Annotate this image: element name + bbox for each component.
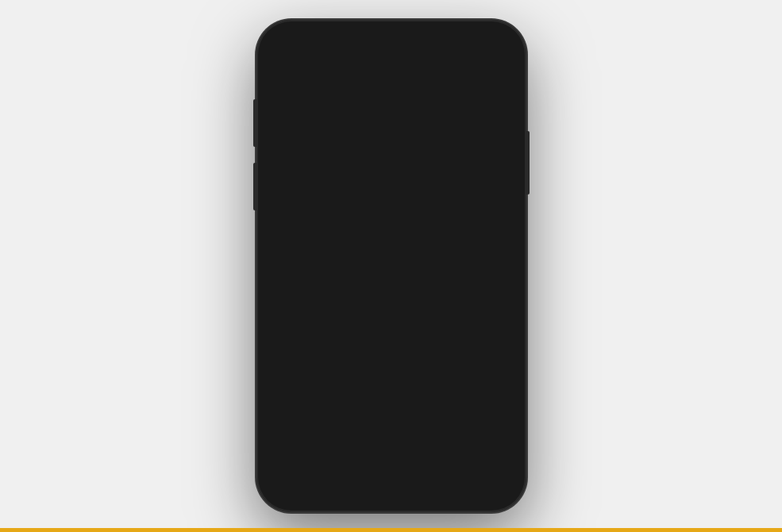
list-item-chevron-0: › <box>497 206 501 219</box>
phone-scene: Resource Hero Time Track.. ◀ 04 / 25 / 2… <box>256 20 526 512</box>
list-item-title-1: Resource Hero Website Redesign <box>283 248 491 263</box>
list-item-content-5: Envirocare Account Manager <box>283 441 491 466</box>
list-item[interactable]: Local Wisdom Website Redesign Account Ma… <box>271 285 512 333</box>
list-item-subtitle-1: Account Manager <box>283 265 491 275</box>
next-date-button[interactable]: ▶ <box>489 162 500 179</box>
list-item-title-4: The Envisioneering Group <box>283 393 491 408</box>
svg-rect-2 <box>287 91 302 94</box>
app-title: Resource Hero Time Track.. <box>317 124 473 137</box>
list-item-title-2: Local Wisdom Website Redesign <box>283 296 491 311</box>
list-item[interactable]: Resource Hero Website Redesign Account M… <box>271 237 512 285</box>
app-logo <box>282 117 309 144</box>
list-item-chevron-2: › <box>497 303 501 316</box>
date-nav-row: ◀ 04 / 25 / 2017 ▶ <box>271 154 512 188</box>
search-icon[interactable] <box>444 76 466 98</box>
list-item-subtitle-0: Account Manager <box>283 217 491 226</box>
list-item-chevron-4: › <box>497 400 501 413</box>
list-item-subtitle-3: Account Manager <box>283 362 491 372</box>
app-header: Resource Hero Time Track.. <box>271 107 512 154</box>
list-item-title-5: Envirocare <box>283 441 491 456</box>
list-item-chevron-5: › <box>497 448 501 461</box>
svg-line-4 <box>456 90 460 94</box>
top-bar <box>271 67 512 107</box>
list-item-content-0: Vacations Account Manager <box>283 199 491 226</box>
list-item-subtitle-5: Account Manager <box>283 458 491 466</box>
list-item[interactable]: Winters Edge Inc Account Manager › <box>271 333 512 382</box>
screen-viewport: Resource Hero Time Track.. ◀ 04 / 25 / 2… <box>271 67 512 466</box>
bottom-gold-bar <box>0 528 782 532</box>
list-item-title-3: Winters Edge Inc <box>283 345 491 360</box>
svg-rect-1 <box>287 87 302 89</box>
list-item-title-0: Vacations <box>283 199 491 214</box>
list-item-content-1: Resource Hero Website Redesign Account M… <box>283 248 491 275</box>
svg-rect-0 <box>287 81 302 83</box>
list-item-content-4: The Envisioneering Group Account Manager <box>283 393 491 420</box>
list-item-chevron-3: › <box>497 352 501 364</box>
project-list: Vacations Account Manager › Resource Her… <box>271 188 512 466</box>
list-item[interactable]: Envirocare Account Manager › <box>271 430 512 466</box>
list-item-subtitle-4: Account Manager <box>283 410 491 419</box>
list-item-chevron-1: › <box>497 255 501 268</box>
list-item-subtitle-2: Account Manager <box>283 314 491 323</box>
list-item[interactable]: Vacations Account Manager › <box>271 188 512 237</box>
current-date: 04 / 25 / 2017 <box>354 164 428 177</box>
svg-rect-5 <box>487 91 490 94</box>
list-item-content-3: Winters Edge Inc Account Manager <box>283 345 491 372</box>
list-item[interactable]: The Envisioneering Group Account Manager… <box>271 382 512 430</box>
top-bar-right-icons <box>444 76 499 98</box>
list-item-content-2: Local Wisdom Website Redesign Account Ma… <box>283 296 491 323</box>
notification-icon[interactable] <box>477 76 499 98</box>
menu-icon[interactable] <box>283 76 306 98</box>
prev-date-button[interactable]: ◀ <box>282 162 293 179</box>
svg-point-8 <box>294 129 296 132</box>
